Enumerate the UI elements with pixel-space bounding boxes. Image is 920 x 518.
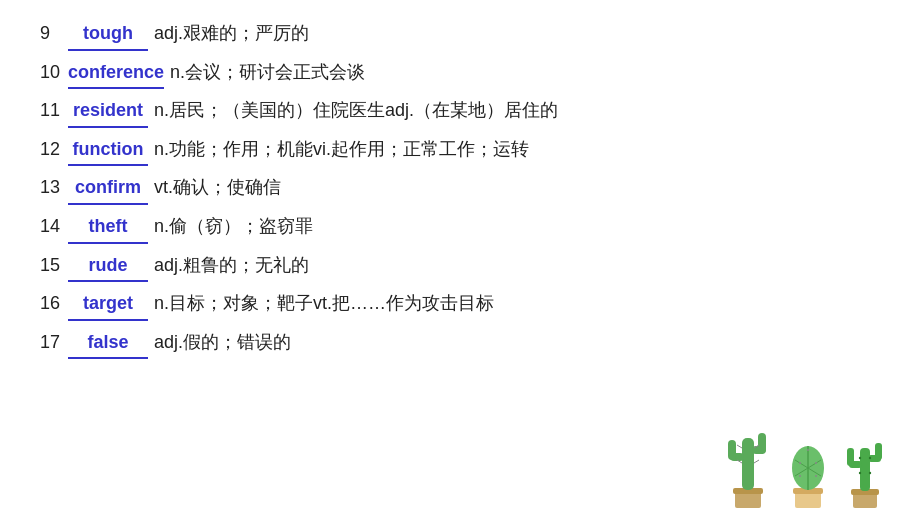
vocab-definition: adj.粗鲁的；无礼的 — [154, 250, 309, 281]
vocab-word: rude — [68, 250, 148, 283]
vocab-word: function — [68, 134, 148, 167]
vocab-row: 11resident n.居民；（美国的）住院医生adj.（在某地）居住的 — [40, 95, 880, 128]
svg-point-19 — [807, 449, 809, 451]
svg-point-30 — [869, 457, 871, 459]
vocab-row: 10conferencen.会议；研讨会正式会谈 — [40, 57, 880, 90]
vocab-word: target — [68, 288, 148, 321]
svg-point-20 — [799, 475, 801, 477]
cactus-3 — [840, 423, 890, 508]
svg-point-18 — [815, 462, 817, 464]
decoration — [720, 418, 890, 508]
vocab-number: 17 — [40, 327, 68, 358]
svg-point-21 — [815, 475, 817, 477]
vocab-definition: vt.确认；使确信 — [154, 172, 281, 203]
vocab-number: 12 — [40, 134, 68, 165]
svg-rect-26 — [847, 448, 854, 466]
vocab-definition: adj.艰难的；严厉的 — [154, 18, 309, 49]
vocab-row: 13confirm vt.确认；使确信 — [40, 172, 880, 205]
vocab-definition: n.偷（窃）；盗窃罪 — [154, 211, 313, 242]
vocab-word: conference — [68, 57, 164, 90]
cactus-2 — [785, 428, 830, 508]
vocab-row: 17falseadj.假的；错误的 — [40, 327, 880, 360]
vocab-definition: n.居民；（美国的）住院医生adj.（在某地）居住的 — [154, 95, 558, 126]
main-content: 9tough adj.艰难的；严厉的10conferencen.会议；研讨会正式… — [0, 0, 920, 375]
vocab-row: 9tough adj.艰难的；严厉的 — [40, 18, 880, 51]
vocab-number: 15 — [40, 250, 68, 281]
vocab-word: theft — [68, 211, 148, 244]
cactus-1 — [720, 418, 775, 508]
vocab-number: 10 — [40, 57, 68, 88]
vocab-definition: n.功能；作用；机能vi.起作用；正常工作；运转 — [154, 134, 529, 165]
svg-rect-28 — [875, 443, 882, 460]
vocab-number: 16 — [40, 288, 68, 319]
vocab-definition: n.会议；研讨会正式会谈 — [170, 57, 365, 88]
vocab-word: tough — [68, 18, 148, 51]
vocab-word: false — [68, 327, 148, 360]
svg-rect-6 — [758, 433, 766, 453]
vocab-number: 13 — [40, 172, 68, 203]
vocab-number: 9 — [40, 18, 68, 49]
svg-point-29 — [859, 457, 861, 459]
vocab-row: 15rude adj.粗鲁的；无礼的 — [40, 250, 880, 283]
vocab-row: 12function n.功能；作用；机能vi.起作用；正常工作；运转 — [40, 134, 880, 167]
svg-point-31 — [859, 472, 861, 474]
vocab-definition: adj.假的；错误的 — [154, 327, 291, 358]
vocab-row: 16targetn.目标；对象；靶子vt.把……作为攻击目标 — [40, 288, 880, 321]
svg-line-7 — [737, 445, 742, 448]
svg-line-10 — [754, 460, 759, 463]
svg-point-17 — [799, 462, 801, 464]
vocab-number: 11 — [40, 95, 68, 126]
svg-rect-2 — [742, 438, 754, 490]
vocab-word: confirm — [68, 172, 148, 205]
vocab-word: resident — [68, 95, 148, 128]
vocab-definition: n.目标；对象；靶子vt.把……作为攻击目标 — [154, 288, 494, 319]
vocab-row: 14theft n.偷（窃）；盗窃罪 — [40, 211, 880, 244]
svg-point-32 — [869, 472, 871, 474]
svg-rect-4 — [728, 440, 736, 460]
vocab-number: 14 — [40, 211, 68, 242]
svg-rect-24 — [860, 448, 870, 491]
